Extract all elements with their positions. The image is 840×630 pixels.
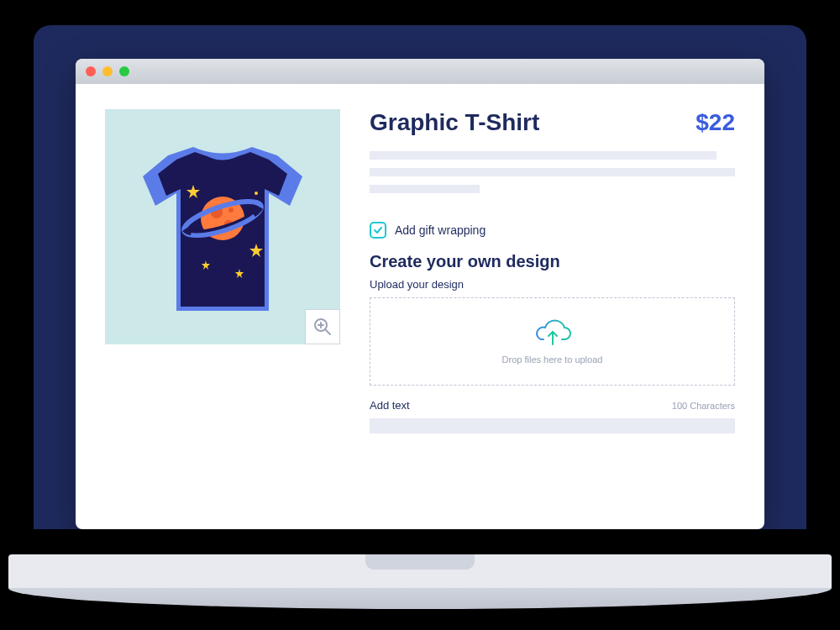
cloud-upload-icon <box>534 319 571 348</box>
upload-label: Upload your design <box>370 278 735 291</box>
product-title: Graphic T-Shirt <box>370 109 539 136</box>
char-count: 100 Characters <box>672 401 735 411</box>
dropzone-text: Drop files here to upload <box>502 354 603 365</box>
minimize-icon[interactable] <box>102 66 113 76</box>
close-icon[interactable] <box>86 66 96 76</box>
add-text-label: Add text <box>370 399 410 412</box>
zoom-button[interactable] <box>305 309 340 344</box>
gift-wrap-checkbox[interactable]: Add gift wrapping <box>370 222 735 239</box>
product-image-panel <box>105 109 340 344</box>
browser-content: Graphic T-Shirt $22 <box>76 84 764 529</box>
product-details: Graphic T-Shirt $22 <box>370 109 735 504</box>
svg-point-10 <box>255 192 258 195</box>
maximize-icon[interactable] <box>119 66 129 76</box>
product-header: Graphic T-Shirt $22 <box>370 109 735 136</box>
design-heading: Create your own design <box>370 252 735 271</box>
gift-wrap-label: Add gift wrapping <box>395 223 486 237</box>
upload-dropzone[interactable]: Drop files here to upload <box>370 297 735 386</box>
svg-line-12 <box>325 329 330 334</box>
zoom-in-icon <box>312 317 333 337</box>
laptop-base <box>8 554 832 613</box>
custom-text-input[interactable] <box>370 418 735 433</box>
laptop-frame: Graphic T-Shirt $22 <box>34 25 806 563</box>
browser-window: Graphic T-Shirt $22 <box>76 59 764 529</box>
checkbox-checked-icon <box>370 222 386 239</box>
add-text-header: Add text 100 Characters <box>370 399 735 412</box>
description-placeholder <box>370 151 735 202</box>
product-price: $22 <box>696 109 735 136</box>
browser-titlebar <box>76 59 764 84</box>
svg-point-3 <box>228 207 234 213</box>
laptop-screen: Graphic T-Shirt $22 <box>34 25 806 529</box>
product-image <box>134 130 311 323</box>
